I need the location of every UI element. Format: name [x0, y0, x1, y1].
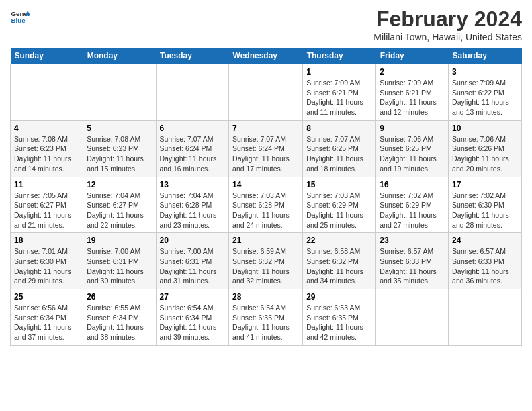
calendar-cell: 29Sunrise: 6:53 AM Sunset: 6:35 PM Dayli…	[303, 289, 376, 346]
day-info: Sunrise: 6:53 AM Sunset: 6:35 PM Dayligh…	[306, 303, 372, 342]
day-number: 29	[306, 292, 372, 302]
svg-text:Blue: Blue	[11, 17, 26, 24]
day-number: 21	[232, 236, 299, 245]
page-header: General Blue February 2024 Mililani Town…	[10, 7, 522, 42]
calendar-cell: 20Sunrise: 7:00 AM Sunset: 6:31 PM Dayli…	[156, 233, 229, 289]
calendar-cell: 24Sunrise: 6:57 AM Sunset: 6:33 PM Dayli…	[449, 233, 522, 289]
day-info: Sunrise: 7:03 AM Sunset: 6:29 PM Dayligh…	[306, 191, 372, 230]
calendar-cell: 5Sunrise: 7:08 AM Sunset: 6:23 PM Daylig…	[83, 120, 156, 177]
day-number: 16	[380, 180, 445, 189]
day-info: Sunrise: 7:09 AM Sunset: 6:21 PM Dayligh…	[306, 78, 372, 118]
calendar-cell: 15Sunrise: 7:03 AM Sunset: 6:29 PM Dayli…	[303, 177, 376, 233]
page-subtitle: Mililani Town, Hawaii, United States	[373, 32, 522, 42]
day-header-thursday: Thursday	[303, 48, 376, 64]
title-block: February 2024 Mililani Town, Hawaii, Uni…	[373, 7, 522, 42]
calendar-week-4: 18Sunrise: 7:01 AM Sunset: 6:30 PM Dayli…	[11, 233, 522, 289]
day-number: 10	[452, 124, 518, 133]
calendar-cell	[11, 64, 83, 121]
day-info: Sunrise: 7:02 AM Sunset: 6:29 PM Dayligh…	[380, 191, 445, 230]
day-number: 19	[87, 236, 152, 245]
day-info: Sunrise: 7:07 AM Sunset: 6:24 PM Dayligh…	[232, 134, 299, 174]
calendar-cell	[376, 289, 449, 346]
calendar-cell: 25Sunrise: 6:56 AM Sunset: 6:34 PM Dayli…	[11, 289, 83, 346]
day-number: 2	[380, 67, 445, 77]
calendar-week-5: 25Sunrise: 6:56 AM Sunset: 6:34 PM Dayli…	[11, 289, 522, 346]
calendar-table: SundayMondayTuesdayWednesdayThursdayFrid…	[10, 48, 522, 346]
day-number: 26	[87, 292, 152, 302]
day-number: 8	[306, 124, 372, 133]
day-info: Sunrise: 7:07 AM Sunset: 6:24 PM Dayligh…	[160, 134, 226, 174]
day-info: Sunrise: 7:09 AM Sunset: 6:21 PM Dayligh…	[380, 78, 445, 118]
day-info: Sunrise: 7:04 AM Sunset: 6:27 PM Dayligh…	[87, 191, 152, 230]
calendar-cell: 17Sunrise: 7:02 AM Sunset: 6:30 PM Dayli…	[449, 177, 522, 233]
day-info: Sunrise: 6:58 AM Sunset: 6:32 PM Dayligh…	[306, 246, 372, 286]
calendar-cell: 2Sunrise: 7:09 AM Sunset: 6:21 PM Daylig…	[376, 64, 449, 121]
calendar-cell: 27Sunrise: 6:54 AM Sunset: 6:34 PM Dayli…	[156, 289, 229, 346]
calendar-week-1: 1Sunrise: 7:09 AM Sunset: 6:21 PM Daylig…	[11, 64, 522, 121]
day-header-sunday: Sunday	[11, 48, 83, 64]
calendar-cell: 26Sunrise: 6:55 AM Sunset: 6:34 PM Dayli…	[83, 289, 156, 346]
day-number: 15	[306, 180, 372, 189]
calendar-cell: 18Sunrise: 7:01 AM Sunset: 6:30 PM Dayli…	[11, 233, 83, 289]
day-info: Sunrise: 7:05 AM Sunset: 6:27 PM Dayligh…	[14, 191, 79, 230]
calendar-cell: 19Sunrise: 7:00 AM Sunset: 6:31 PM Dayli…	[83, 233, 156, 289]
day-number: 6	[160, 124, 226, 133]
day-number: 25	[14, 292, 79, 302]
day-info: Sunrise: 7:01 AM Sunset: 6:30 PM Dayligh…	[14, 246, 79, 286]
day-number: 28	[232, 292, 299, 302]
day-number: 5	[87, 124, 152, 133]
day-number: 24	[452, 236, 518, 245]
calendar-cell	[449, 289, 522, 346]
calendar-cell: 11Sunrise: 7:05 AM Sunset: 6:27 PM Dayli…	[11, 177, 83, 233]
day-number: 23	[380, 236, 445, 245]
calendar-cell: 14Sunrise: 7:03 AM Sunset: 6:28 PM Dayli…	[229, 177, 303, 233]
day-info: Sunrise: 6:57 AM Sunset: 6:33 PM Dayligh…	[452, 246, 518, 286]
day-info: Sunrise: 6:56 AM Sunset: 6:34 PM Dayligh…	[14, 303, 79, 342]
day-header-friday: Friday	[376, 48, 449, 64]
calendar-cell	[229, 64, 303, 121]
day-header-monday: Monday	[83, 48, 156, 64]
calendar-cell: 1Sunrise: 7:09 AM Sunset: 6:21 PM Daylig…	[303, 64, 376, 121]
calendar-week-3: 11Sunrise: 7:05 AM Sunset: 6:27 PM Dayli…	[11, 177, 522, 233]
day-number: 17	[452, 180, 518, 189]
day-info: Sunrise: 7:08 AM Sunset: 6:23 PM Dayligh…	[87, 134, 152, 174]
day-number: 20	[160, 236, 226, 245]
logo: General Blue	[10, 7, 30, 27]
day-info: Sunrise: 6:55 AM Sunset: 6:34 PM Dayligh…	[87, 303, 152, 342]
day-info: Sunrise: 6:54 AM Sunset: 6:35 PM Dayligh…	[232, 303, 299, 342]
day-info: Sunrise: 6:54 AM Sunset: 6:34 PM Dayligh…	[160, 303, 226, 342]
calendar-cell: 13Sunrise: 7:04 AM Sunset: 6:28 PM Dayli…	[156, 177, 229, 233]
day-number: 9	[380, 124, 445, 133]
calendar-cell: 7Sunrise: 7:07 AM Sunset: 6:24 PM Daylig…	[229, 120, 303, 177]
day-info: Sunrise: 6:57 AM Sunset: 6:33 PM Dayligh…	[380, 246, 445, 286]
calendar-cell: 12Sunrise: 7:04 AM Sunset: 6:27 PM Dayli…	[83, 177, 156, 233]
day-number: 18	[14, 236, 79, 245]
day-number: 1	[306, 67, 372, 77]
day-info: Sunrise: 7:08 AM Sunset: 6:23 PM Dayligh…	[14, 134, 79, 174]
day-number: 27	[160, 292, 226, 302]
calendar-cell: 23Sunrise: 6:57 AM Sunset: 6:33 PM Dayli…	[376, 233, 449, 289]
calendar-cell: 22Sunrise: 6:58 AM Sunset: 6:32 PM Dayli…	[303, 233, 376, 289]
day-info: Sunrise: 7:06 AM Sunset: 6:25 PM Dayligh…	[380, 134, 445, 174]
calendar-cell: 3Sunrise: 7:09 AM Sunset: 6:22 PM Daylig…	[449, 64, 522, 121]
day-info: Sunrise: 7:06 AM Sunset: 6:26 PM Dayligh…	[452, 134, 518, 174]
day-header-wednesday: Wednesday	[229, 48, 303, 64]
calendar-cell: 10Sunrise: 7:06 AM Sunset: 6:26 PM Dayli…	[449, 120, 522, 177]
day-info: Sunrise: 7:03 AM Sunset: 6:28 PM Dayligh…	[232, 191, 299, 230]
day-number: 14	[232, 180, 299, 189]
calendar-cell	[83, 64, 156, 121]
day-number: 4	[14, 124, 79, 133]
day-info: Sunrise: 7:02 AM Sunset: 6:30 PM Dayligh…	[452, 191, 518, 230]
day-number: 22	[306, 236, 372, 245]
day-header-saturday: Saturday	[449, 48, 522, 64]
day-number: 11	[14, 180, 79, 189]
day-info: Sunrise: 7:04 AM Sunset: 6:28 PM Dayligh…	[160, 191, 226, 230]
calendar-cell: 16Sunrise: 7:02 AM Sunset: 6:29 PM Dayli…	[376, 177, 449, 233]
day-info: Sunrise: 7:09 AM Sunset: 6:22 PM Dayligh…	[452, 78, 518, 118]
calendar-cell: 21Sunrise: 6:59 AM Sunset: 6:32 PM Dayli…	[229, 233, 303, 289]
day-info: Sunrise: 7:00 AM Sunset: 6:31 PM Dayligh…	[87, 246, 152, 286]
calendar-cell: 28Sunrise: 6:54 AM Sunset: 6:35 PM Dayli…	[229, 289, 303, 346]
day-info: Sunrise: 7:00 AM Sunset: 6:31 PM Dayligh…	[160, 246, 226, 286]
calendar-cell: 8Sunrise: 7:07 AM Sunset: 6:25 PM Daylig…	[303, 120, 376, 177]
day-info: Sunrise: 7:07 AM Sunset: 6:25 PM Dayligh…	[306, 134, 372, 174]
